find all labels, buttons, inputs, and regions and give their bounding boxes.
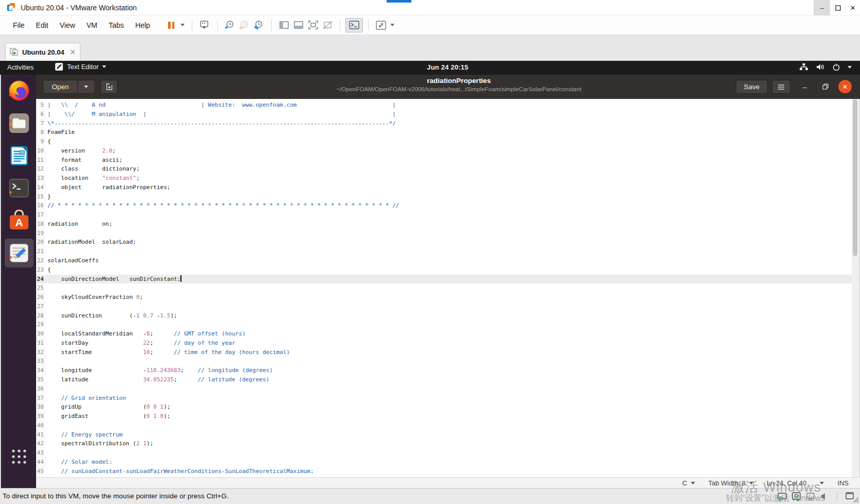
- terminal-icon: [8, 177, 30, 199]
- show-thumbnail-bar-button[interactable]: [291, 18, 306, 33]
- code-line-29[interactable]: 29: [36, 320, 860, 329]
- line-number: 42: [36, 439, 46, 448]
- code-line-14[interactable]: 14 object radiationProperties;: [36, 183, 860, 192]
- enter-fullscreen-button[interactable]: [374, 18, 388, 33]
- menu-view[interactable]: View: [54, 15, 81, 35]
- dock-item-text-editor[interactable]: [7, 241, 31, 265]
- cdrom-device-icon[interactable]: [791, 491, 802, 501]
- window-minimize-button[interactable]: –: [814, 0, 830, 15]
- code-line-6[interactable]: 6| \\/ M anipulation | |: [36, 110, 860, 119]
- code-line-27[interactable]: 27: [36, 302, 860, 311]
- window-close-button[interactable]: ✕: [846, 0, 860, 15]
- editor-scrollbar-thumb[interactable]: [853, 99, 857, 256]
- code-line-21[interactable]: 21: [36, 247, 860, 256]
- save-button[interactable]: Save: [736, 80, 768, 94]
- menu-vm[interactable]: VM: [81, 15, 103, 35]
- code-line-19[interactable]: 19: [36, 229, 860, 238]
- pause-vm-dropdown[interactable]: [178, 18, 187, 33]
- app-menu-text-editor[interactable]: Text Editor: [55, 62, 106, 71]
- console-view-button[interactable]: [345, 18, 363, 32]
- code-line-45[interactable]: 45 // sunLoadConstant-sunLoadFairWeather…: [36, 467, 860, 476]
- cursor-position[interactable]: Ln 24, Col 40: [767, 479, 806, 487]
- pause-vm-button[interactable]: [164, 18, 178, 33]
- fullscreen-dropdown[interactable]: [388, 18, 396, 33]
- editor-lines[interactable]: 5| \\ / A nd | Website: www.openfoam.com…: [36, 99, 860, 476]
- dock-item-terminal[interactable]: [7, 176, 31, 200]
- code-line-9[interactable]: 9{: [36, 137, 860, 146]
- menu-help[interactable]: Help: [129, 15, 156, 35]
- dock-item-ubuntu-software[interactable]: A: [7, 209, 31, 232]
- code-line-38[interactable]: 38 gridUp (0 0 1);: [36, 402, 860, 412]
- code-line-22[interactable]: 22solarLoadCoeffs: [36, 256, 860, 265]
- dock-item-libreoffice-writer[interactable]: [7, 144, 31, 167]
- code-line-34[interactable]: 34 longitude -118.243683; // longitude (…: [36, 366, 860, 375]
- code-line-36[interactable]: 36: [36, 384, 860, 394]
- code-line-17[interactable]: 17: [36, 210, 860, 220]
- dock-item-firefox[interactable]: [7, 79, 31, 103]
- open-button[interactable]: Open: [43, 80, 78, 94]
- code-line-13[interactable]: 13 location "constant";: [36, 174, 860, 183]
- code-line-30[interactable]: 30 localStandardMeridian -8; // GMT offs…: [36, 329, 860, 339]
- gedit-minimize-button[interactable]: –: [798, 80, 812, 93]
- code-line-42[interactable]: 42 spectralDistribution (2 1);: [36, 439, 860, 448]
- dock-item-files[interactable]: [7, 111, 31, 135]
- open-dropdown-button[interactable]: [78, 80, 95, 94]
- code-line-26[interactable]: 26 skyCloudCoverFraction 0;: [36, 293, 860, 302]
- clock[interactable]: Jun 24 20:15: [427, 63, 468, 71]
- code-line-23[interactable]: 23{: [36, 265, 860, 275]
- network-device-icon[interactable]: [806, 492, 816, 501]
- hamburger-menu-button[interactable]: [772, 80, 790, 94]
- code-line-40[interactable]: 40: [36, 421, 860, 430]
- code-line-32[interactable]: 32 startTime 10; // time of the day (hou…: [36, 348, 860, 357]
- menu-tabs[interactable]: Tabs: [103, 15, 130, 35]
- code-line-10[interactable]: 10 version 2.0;: [36, 146, 860, 156]
- code-line-20[interactable]: 20radiationModel solarLoad;: [36, 238, 860, 247]
- code-line-8[interactable]: 8FoamFile: [36, 128, 860, 137]
- code-line-12[interactable]: 12 class dictionary;: [36, 164, 860, 174]
- insert-mode[interactable]: INS: [837, 479, 849, 487]
- code-line-33[interactable]: 33: [36, 357, 860, 366]
- show-library-button[interactable]: [277, 18, 291, 33]
- code-line-31[interactable]: 31 startDay 22; // day of the year: [36, 339, 860, 348]
- window-resize-grip[interactable]: [852, 496, 859, 503]
- code-line-39[interactable]: 39 gridEast (0 1 0);: [36, 412, 860, 421]
- code-line-43[interactable]: 43: [36, 448, 860, 458]
- sound-device-icon[interactable]: [820, 492, 830, 501]
- unity-mode-button[interactable]: [320, 18, 335, 33]
- code-line-25[interactable]: 25: [36, 283, 860, 293]
- text-editor-view[interactable]: 5| \\ / A nd | Website: www.openfoam.com…: [36, 99, 860, 477]
- system-tray[interactable]: [799, 63, 852, 71]
- vm-tab-ubuntu[interactable]: Ubuntu 20.04 ✕: [5, 43, 80, 61]
- code-line-16[interactable]: 16// * * * * * * * * * * * * * * * * * *…: [36, 201, 860, 210]
- code-line-28[interactable]: 28 sunDirection (-1 0.7 -1.5);: [36, 311, 860, 321]
- menu-file[interactable]: File: [7, 15, 30, 35]
- take-snapshot-button[interactable]: [223, 18, 237, 33]
- code-line-7[interactable]: 7\*-------------------------------------…: [36, 119, 860, 128]
- fullscreen-stretch-button[interactable]: [306, 18, 320, 33]
- dock-item-show-applications[interactable]: [7, 445, 31, 468]
- revert-snapshot-button[interactable]: [237, 18, 252, 33]
- window-maximize-button[interactable]: [830, 0, 846, 15]
- harddisk-device-icon[interactable]: [777, 491, 787, 501]
- code-line-5[interactable]: 5| \\ / A nd | Website: www.openfoam.com…: [36, 100, 860, 110]
- code-line-35[interactable]: 35 latitude 34.052235; // latitude (degr…: [36, 375, 860, 384]
- code-line-24[interactable]: 24 sunDirectionModel sunDirConstant;: [36, 275, 860, 284]
- code-line-44[interactable]: 44 // Solar model:: [36, 458, 860, 467]
- code-line-15[interactable]: 15}: [36, 192, 860, 201]
- tab-width-selector[interactable]: Tab Width: 8: [708, 479, 753, 487]
- goto-line-dropdown[interactable]: [820, 482, 824, 484]
- code-line-41[interactable]: 41 // Energy spectrum: [36, 430, 860, 440]
- code-line-11[interactable]: 11 format ascii;: [36, 156, 860, 165]
- code-line-18[interactable]: 18radiation on;: [36, 220, 860, 229]
- activities-button[interactable]: Activities: [7, 63, 34, 71]
- gedit-close-button[interactable]: ✕: [838, 80, 852, 93]
- code-line-37[interactable]: 37 // Grid orientation: [36, 394, 860, 403]
- vm-tab-close-icon[interactable]: ✕: [70, 48, 76, 56]
- send-ctrl-alt-del-button[interactable]: [197, 18, 212, 33]
- code-text: skyCloudCoverFraction 0;: [46, 293, 143, 302]
- manage-snapshots-button[interactable]: [252, 18, 266, 33]
- new-document-button[interactable]: [101, 80, 118, 94]
- menu-edit[interactable]: Edit: [30, 15, 54, 35]
- language-selector[interactable]: C: [682, 479, 694, 487]
- gedit-restore-button[interactable]: [819, 80, 832, 93]
